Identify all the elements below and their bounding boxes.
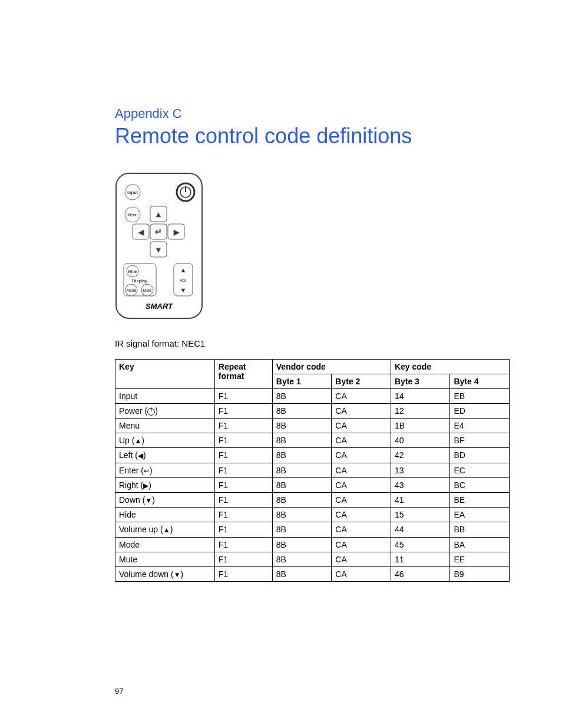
cell-b4: EC	[450, 463, 510, 477]
appendix-label: Appendix C	[115, 106, 521, 121]
cell-repeat: F1	[214, 508, 272, 522]
cell-b4: ED	[450, 404, 510, 419]
cell-b3: 46	[391, 566, 450, 581]
cell-b1: 8B	[272, 552, 332, 566]
cell-b1: 8B	[272, 537, 332, 552]
cell-b2: CA	[332, 419, 391, 433]
cell-b2: CA	[332, 389, 391, 404]
cell-repeat: F1	[214, 552, 272, 566]
cell-key: Input	[115, 389, 215, 404]
remote-menu-label: Menu	[127, 213, 138, 217]
cell-repeat: F1	[214, 389, 272, 404]
cell-repeat: F1	[214, 404, 272, 419]
cell-b2: CA	[332, 493, 391, 508]
cell-repeat: F1	[214, 493, 272, 508]
th-byte1: Byte 1	[272, 374, 332, 389]
arrow-icon: ◀	[138, 452, 143, 460]
cell-b4: EB	[450, 389, 510, 404]
table-row: MenuF18BCA1BE4	[115, 419, 510, 433]
key-name: Menu	[119, 421, 140, 430]
cell-b3: 42	[391, 448, 450, 463]
remote-mode-label: Mode	[127, 288, 137, 292]
cell-b2: CA	[332, 433, 391, 448]
cell-key: Right (▶)	[115, 477, 215, 492]
cell-b3: 41	[391, 493, 450, 508]
cell-b3: 44	[391, 522, 450, 537]
remote-display-label: Display	[132, 278, 147, 284]
cell-key: Power ()	[115, 404, 215, 419]
svg-text:▶: ▶	[174, 228, 180, 236]
cell-b1: 8B	[272, 566, 332, 581]
page-number: 97	[115, 687, 123, 696]
table-row: Right (▶)F18BCA43BC	[115, 477, 510, 492]
table-row: Power ()F18BCA12ED	[115, 404, 510, 419]
key-name: Input	[119, 391, 137, 401]
cell-b1: 8B	[272, 389, 332, 404]
cell-b2: CA	[332, 448, 391, 463]
cell-b4: BE	[450, 493, 510, 508]
cell-b2: CA	[332, 508, 391, 522]
cell-key: Volume down (▼)	[115, 566, 215, 581]
arrow-icon: ▶	[143, 482, 148, 490]
cell-repeat: F1	[214, 433, 272, 448]
th-key: Key	[115, 360, 215, 389]
cell-b1: 8B	[272, 463, 332, 477]
cell-b4: EA	[450, 508, 510, 522]
table-row: InputF18BCA14EB	[115, 389, 510, 404]
cell-b3: 45	[391, 537, 450, 552]
cell-b2: CA	[332, 566, 391, 581]
remote-input-label: Input	[127, 190, 138, 195]
remote-brand-label: SMART	[146, 302, 173, 311]
key-name: Down	[119, 495, 140, 505]
cell-b3: 15	[391, 508, 450, 522]
cell-b3: 43	[391, 477, 450, 492]
cell-key: Left (◀)	[115, 448, 215, 463]
remote-mute-label: Mute	[143, 288, 152, 292]
cell-b2: CA	[332, 537, 391, 552]
th-keycode: Key code	[391, 360, 509, 374]
cell-b2: CA	[332, 552, 391, 566]
cell-key: Menu	[115, 419, 215, 433]
cell-b4: BD	[450, 448, 510, 463]
cell-b1: 8B	[272, 477, 332, 492]
arrow-icon: ▲	[134, 437, 141, 445]
cell-b3: 12	[391, 404, 450, 419]
cell-b3: 13	[391, 463, 450, 477]
table-row: Enter (↵)F18BCA13EC	[115, 463, 510, 477]
remote-diagram: Input Menu ▲ ◀ ↵ ▶ ▼ Hide	[115, 172, 521, 322]
cell-b4: E4	[450, 419, 510, 433]
key-name: Volume up	[119, 525, 158, 534]
th-byte2: Byte 2	[332, 374, 391, 389]
cell-b1: 8B	[272, 433, 332, 448]
power-icon	[147, 408, 155, 416]
table-row: ModeF18BCA45BA	[115, 537, 510, 552]
table-row: Up (▲)F18BCA40BF	[115, 433, 510, 448]
cell-b3: 1B	[391, 419, 450, 433]
cell-b1: 8B	[272, 448, 332, 463]
table-row: HideF18BCA15EA	[115, 508, 510, 522]
svg-text:▼: ▼	[155, 246, 162, 254]
cell-b2: CA	[332, 477, 391, 492]
cell-b1: 8B	[272, 493, 332, 508]
key-name: Volume down	[119, 569, 168, 579]
key-name: Up	[119, 436, 130, 445]
cell-key: Enter (↵)	[115, 463, 215, 477]
cell-b1: 8B	[272, 522, 332, 537]
table-row: MuteF18BCA11EE	[115, 552, 510, 566]
th-byte3: Byte 3	[391, 374, 450, 389]
cell-b2: CA	[332, 522, 391, 537]
cell-repeat: F1	[214, 522, 272, 537]
page-title: Remote control code definitions	[115, 124, 521, 149]
cell-b1: 8B	[272, 404, 332, 419]
cell-repeat: F1	[214, 566, 272, 581]
table-row: Volume up (▲)F18BCA44BB	[115, 522, 510, 537]
arrow-icon: ▼	[174, 571, 181, 579]
codes-table: Key Repeat format Vendor code Key code B…	[115, 359, 510, 582]
key-name: Enter	[119, 466, 138, 475]
svg-text:↵: ↵	[155, 227, 162, 236]
cell-key: Mode	[115, 537, 215, 552]
th-repeat: Repeat format	[214, 360, 272, 389]
cell-b3: 11	[391, 552, 450, 566]
signal-format: IR signal format: NEC1	[115, 338, 521, 348]
cell-b2: CA	[332, 404, 391, 419]
